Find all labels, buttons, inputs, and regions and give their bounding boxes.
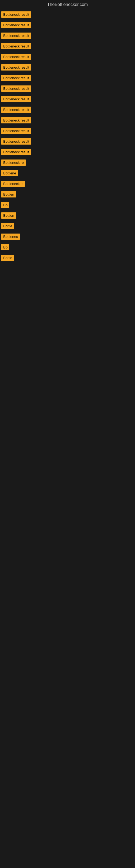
result-row-23[interactable]: Bo <box>0 242 135 252</box>
bottleneck-badge-11: Bottleneck result <box>1 117 31 123</box>
bottleneck-badge-13: Bottleneck result <box>1 138 31 145</box>
result-row-18[interactable]: Bottlen <box>0 189 135 199</box>
page-wrapper: TheBottlenecker.com Bottleneck resultBot… <box>0 0 135 868</box>
bottleneck-badge-18: Bottlen <box>1 191 16 197</box>
bottleneck-badge-20: Bottlen <box>1 212 16 219</box>
bottleneck-badge-22: Bottlenec <box>1 234 20 240</box>
bottleneck-badge-6: Bottleneck result <box>1 64 31 70</box>
bottleneck-badge-19: Bo <box>1 202 9 208</box>
result-row-21[interactable]: Bottle <box>0 221 135 231</box>
result-row-20[interactable]: Bottlen <box>0 210 135 221</box>
result-row-17[interactable]: Bottleneck e <box>0 179 135 189</box>
bottleneck-badge-7: Bottleneck result <box>1 75 31 81</box>
result-row-9[interactable]: Bottleneck result <box>0 94 135 104</box>
result-row-1[interactable]: Bottleneck result <box>0 9 135 20</box>
bottleneck-badge-23: Bo <box>1 244 9 250</box>
result-row-13[interactable]: Bottleneck result <box>0 136 135 147</box>
result-row-16[interactable]: Bottlene <box>0 168 135 179</box>
result-row-11[interactable]: Bottleneck result <box>0 115 135 126</box>
bottleneck-badge-5: Bottleneck result <box>1 54 31 60</box>
bottleneck-badge-16: Bottlene <box>1 170 18 176</box>
bottleneck-badge-24: Bottle <box>1 255 14 261</box>
bottleneck-badge-3: Bottleneck result <box>1 33 31 39</box>
bottleneck-badge-8: Bottleneck result <box>1 86 31 92</box>
bottleneck-badge-14: Bottleneck result <box>1 149 31 155</box>
result-row-19[interactable]: Bo <box>0 199 135 210</box>
bottleneck-badge-1: Bottleneck result <box>1 11 31 18</box>
bottleneck-badge-15: Bottleneck re <box>1 159 26 166</box>
bottleneck-badge-9: Bottleneck result <box>1 96 31 102</box>
result-row-7[interactable]: Bottleneck result <box>0 73 135 83</box>
result-row-5[interactable]: Bottleneck result <box>0 52 135 62</box>
result-row-3[interactable]: Bottleneck result <box>0 30 135 41</box>
site-title: TheBottlenecker.com <box>0 0 135 9</box>
result-row-10[interactable]: Bottleneck result <box>0 104 135 115</box>
result-row-4[interactable]: Bottleneck result <box>0 41 135 52</box>
bottleneck-badge-10: Bottleneck result <box>1 106 31 113</box>
result-row-24[interactable]: Bottle <box>0 252 135 263</box>
bottleneck-badge-12: Bottleneck result <box>1 128 31 134</box>
bottleneck-badge-4: Bottleneck result <box>1 43 31 50</box>
bottleneck-badge-2: Bottleneck result <box>1 22 31 28</box>
result-row-12[interactable]: Bottleneck result <box>0 126 135 136</box>
result-row-2[interactable]: Bottleneck result <box>0 20 135 30</box>
result-row-6[interactable]: Bottleneck result <box>0 62 135 73</box>
result-row-15[interactable]: Bottleneck re <box>0 157 135 168</box>
result-row-22[interactable]: Bottlenec <box>0 231 135 242</box>
result-row-14[interactable]: Bottleneck result <box>0 147 135 157</box>
bottleneck-badge-17: Bottleneck e <box>1 181 25 187</box>
result-row-8[interactable]: Bottleneck result <box>0 83 135 94</box>
bottleneck-badge-21: Bottle <box>1 223 14 229</box>
results-container: Bottleneck resultBottleneck resultBottle… <box>0 9 135 263</box>
